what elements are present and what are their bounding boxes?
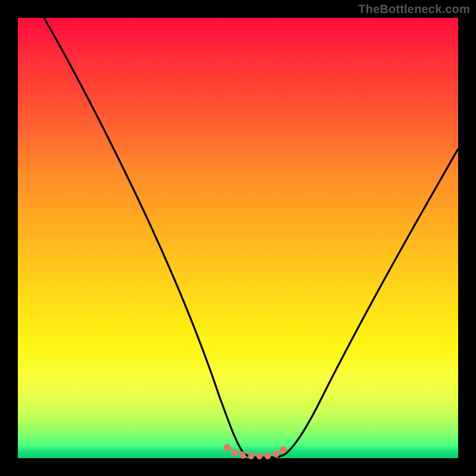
svg-point-4 xyxy=(257,454,262,459)
svg-point-3 xyxy=(249,454,253,459)
svg-point-2 xyxy=(240,453,245,458)
watermark-label: TheBottleneck.com xyxy=(358,2,470,16)
svg-point-1 xyxy=(232,451,237,456)
chart-frame: TheBottleneck.com xyxy=(0,0,476,476)
curve-path xyxy=(44,18,458,458)
bottleneck-curve xyxy=(18,18,458,458)
svg-point-5 xyxy=(265,454,270,459)
plot-area xyxy=(18,18,458,458)
